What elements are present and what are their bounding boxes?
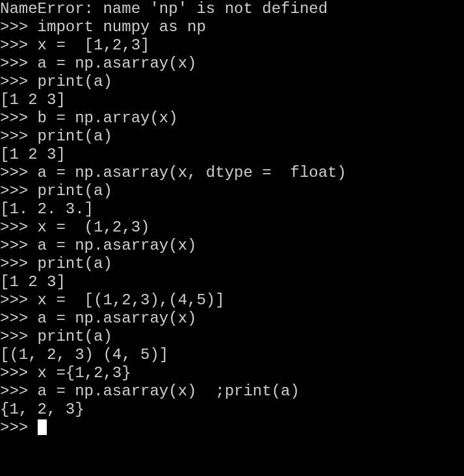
terminal-line: >>> a = np.asarray(x, dtype = float) [0, 164, 464, 182]
repl-input-text: a = np.asarray(x) ;print(a) [38, 382, 300, 400]
cursor [38, 419, 47, 435]
repl-output-text: [1. 2. 3.] [0, 200, 94, 218]
repl-input-text: print(a) [38, 328, 112, 345]
repl-prompt: >>> [0, 237, 38, 254]
repl-input-text: x = [(1,2,3),(4,5)] [38, 291, 225, 309]
repl-input-text: a = np.asarray(x, dtype = float) [38, 164, 346, 181]
terminal-line: [1 2 3] [0, 91, 464, 109]
repl-prompt: >>> [0, 164, 38, 181]
repl-prompt: >>> [0, 419, 38, 436]
terminal-line: >>> print(a) [0, 73, 464, 91]
terminal-line: >>> a = np.asarray(x) [0, 310, 464, 328]
repl-prompt: >>> [0, 364, 38, 382]
terminal-line: >>> [0, 419, 464, 437]
repl-prompt: >>> [0, 36, 38, 54]
repl-input-text: b = np.array(x) [38, 109, 178, 127]
terminal-line: >>> a = np.asarray(x) ;print(a) [0, 382, 464, 401]
terminal-line: [1. 2. 3.] [0, 200, 464, 218]
terminal-line: >>> a = np.asarray(x) [0, 55, 464, 73]
repl-input-text: print(a) [38, 182, 112, 200]
repl-input-text: a = np.asarray(x) [38, 310, 197, 327]
terminal-line: >>> b = np.array(x) [0, 109, 464, 127]
terminal[interactable]: NameError: name 'np' is not defined>>> i… [0, 0, 464, 437]
repl-input-text: x = (1,2,3) [38, 218, 150, 236]
terminal-line: >>> print(a) [0, 328, 464, 346]
terminal-line: [1 2 3] [0, 146, 464, 164]
repl-input-text: import numpy as np [38, 18, 206, 36]
repl-prompt: >>> [0, 382, 38, 400]
terminal-line: >>> x = [(1,2,3),(4,5)] [0, 291, 464, 310]
repl-prompt: >>> [0, 218, 38, 236]
terminal-line: >>> x = (1,2,3) [0, 218, 464, 237]
repl-input-text: print(a) [38, 255, 112, 272]
repl-prompt: >>> [0, 291, 38, 309]
repl-input-text: a = np.asarray(x) [38, 55, 197, 72]
repl-prompt: >>> [0, 182, 38, 200]
repl-output-text: [1 2 3] [0, 91, 66, 109]
terminal-line: {1, 2, 3} [0, 401, 464, 419]
terminal-line: >>> print(a) [0, 127, 464, 146]
repl-prompt: >>> [0, 255, 38, 272]
repl-input-text: print(a) [38, 127, 112, 145]
repl-prompt: >>> [0, 127, 38, 145]
repl-prompt: >>> [0, 109, 38, 127]
repl-input-text: a = np.asarray(x) [38, 237, 197, 254]
repl-error-text: NameError: name 'np' is not defined [0, 0, 328, 18]
repl-output-text: [(1, 2, 3) (4, 5)] [0, 346, 168, 364]
repl-input-text: print(a) [38, 73, 112, 90]
terminal-line: [1 2 3] [0, 273, 464, 291]
terminal-line: >>> import numpy as np [0, 18, 464, 36]
repl-output-text: [1 2 3] [0, 273, 66, 291]
terminal-line: NameError: name 'np' is not defined [0, 0, 464, 18]
terminal-line: >>> a = np.asarray(x) [0, 237, 464, 255]
terminal-line: >>> print(a) [0, 182, 464, 200]
terminal-line: [(1, 2, 3) (4, 5)] [0, 346, 464, 364]
repl-prompt: >>> [0, 328, 38, 345]
repl-input-text: x ={1,2,3} [38, 364, 131, 382]
repl-prompt: >>> [0, 18, 38, 36]
repl-output-text: {1, 2, 3} [0, 401, 84, 418]
repl-input-text: x = [1,2,3] [38, 36, 150, 54]
repl-prompt: >>> [0, 73, 38, 90]
repl-prompt: >>> [0, 310, 38, 327]
terminal-line: >>> x = [1,2,3] [0, 36, 464, 55]
terminal-line: >>> x ={1,2,3} [0, 364, 464, 382]
repl-prompt: >>> [0, 55, 38, 72]
repl-output-text: [1 2 3] [0, 146, 66, 163]
terminal-line: >>> print(a) [0, 255, 464, 273]
